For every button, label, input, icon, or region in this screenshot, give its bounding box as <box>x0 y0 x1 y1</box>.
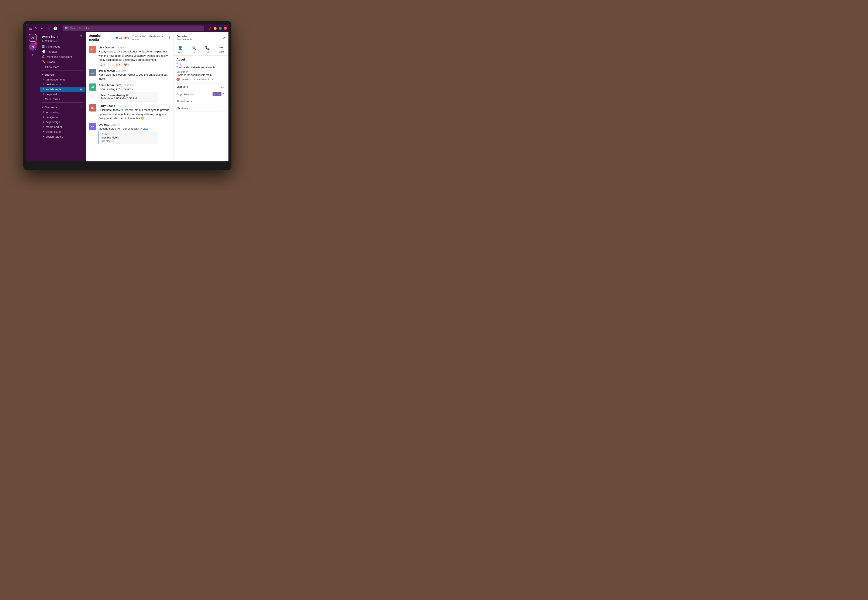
channel-star-icon[interactable]: ☆ <box>111 36 113 39</box>
message-header: Lee Hao 12:58 PM <box>98 123 170 126</box>
message-content: Lisa Dawson 11:55 AM Really need to give… <box>98 46 170 67</box>
channel-name: social-media <box>45 88 61 91</box>
organizations-count: 2 <box>222 92 224 95</box>
threads-icon: 💬 <box>42 50 45 53</box>
pinned-items-row[interactable]: Pinned Items 1 › <box>174 98 228 105</box>
maximize-button[interactable] <box>219 27 222 30</box>
channel-item-announcements[interactable]: # announcements <box>40 77 85 82</box>
message-header: Lisa Dawson 11:55 AM <box>98 46 170 49</box>
about-section-header[interactable]: About ▾ <box>177 58 225 61</box>
reaction-item[interactable]: 👍 1 <box>113 63 121 67</box>
channel-name: design-team-d <box>45 135 63 138</box>
channel-item-design-team-d[interactable]: # design-team-d <box>40 134 85 139</box>
channel-item-help-design[interactable]: # help-design <box>40 120 85 124</box>
sidebar-item-all-unreads[interactable]: ☰ All unreads <box>39 44 86 49</box>
channel-item-help-desk[interactable]: # help-desk <box>40 92 85 97</box>
details-close-button[interactable]: ✕ <box>223 36 225 39</box>
mention[interactable]: @Lisa <box>140 127 148 130</box>
channel-title: #social-media <box>89 34 109 42</box>
user-avatar[interactable]: Al 1 <box>29 43 36 50</box>
reaction-item[interactable]: ❤️ 1 <box>122 63 130 67</box>
sidebar-separator-2 <box>42 102 83 103</box>
post-preview[interactable]: Post • Meeting Notes just now <box>98 132 158 144</box>
channel-item-social-media[interactable]: # social-media <box>40 87 85 92</box>
shortcuts-row[interactable]: Shortcuts 1 › <box>174 105 228 112</box>
detail-action-more[interactable]: ••• More <box>219 45 224 53</box>
compose-button[interactable]: ✎ <box>34 26 38 31</box>
pin-count: 📌 1 <box>124 36 129 39</box>
message-author: Lee Hao <box>98 123 109 126</box>
help-icon[interactable]: ❓ <box>208 27 212 30</box>
history-button[interactable]: 🕐 <box>53 26 58 31</box>
app-tag: APP <box>116 84 122 87</box>
app-body: Al Al 1 + Acme Inc ▾ ✎ <box>26 32 228 161</box>
hash-icon: # <box>43 120 44 124</box>
channel-item-design-crit[interactable]: # design-crit <box>40 115 85 120</box>
minimize-button[interactable] <box>213 27 216 30</box>
info-icon[interactable]: ℹ <box>169 36 170 40</box>
sidebar-item-mentions[interactable]: @ Mentions & reactions <box>39 54 86 59</box>
detail-action-add[interactable]: 👤 Add <box>178 45 183 53</box>
created-text: Created on October 18th, 2019 <box>181 78 213 81</box>
about-section: About ▾ Topic Track and coordinate socia… <box>174 56 228 83</box>
unread-badge-dot <box>80 89 82 90</box>
close-button[interactable] <box>224 27 227 30</box>
organizations-row[interactable]: Organizations A B 2 › <box>174 90 228 98</box>
starred-caret-icon: ▾ <box>42 73 44 76</box>
team-event-box: Team Status Meeting 📅Today from 1:00 PM … <box>98 92 158 102</box>
member-count-value: 21 <box>119 36 122 39</box>
channels-caret-icon: ▾ <box>42 106 44 109</box>
hamburger-button[interactable]: ☰ <box>28 26 33 31</box>
sidebar-item-label-all-unreads: All unreads <box>47 45 60 48</box>
message-time: 12:58 PM <box>116 105 126 107</box>
more-icon: ••• <box>219 45 223 50</box>
channel-item-accounting[interactable]: # accounting <box>40 110 85 115</box>
chat-header: #social-media ☆ 👥 21 📌 1 Track and coord… <box>86 32 173 43</box>
message-item: ZM Zoe Maxwell 11:56 AM No! It was my pl… <box>89 69 170 81</box>
message-content: Harry Boone 12:58 PM Quick note: today @… <box>98 104 170 120</box>
avatar: LD <box>89 46 97 53</box>
workspace-name-container[interactable]: Acme Inc ▾ <box>42 35 58 38</box>
message-time: 12:58 PM <box>110 123 121 126</box>
mention[interactable]: @zoe <box>141 50 149 53</box>
channel-item-triage-issues[interactable]: # triage-issues <box>40 129 85 134</box>
channel-item-media-and-pr[interactable]: # media-and-pr <box>40 124 85 129</box>
sidebar-item-drafts[interactable]: ✏️ Drafts <box>39 59 86 64</box>
sidebar-item-threads[interactable]: 💬 Threads <box>39 49 86 54</box>
post-title: Meeting Notes <box>101 136 156 139</box>
forward-button[interactable]: → <box>46 26 51 30</box>
org-avatars: A B <box>213 92 221 96</box>
mention[interactable]: @Lisa <box>121 108 129 112</box>
sidebar-separator <box>42 70 83 71</box>
starred-section-header[interactable]: ▾ Starred <box>39 71 86 77</box>
workspace-avatar[interactable]: Al <box>29 34 36 42</box>
add-channel-button[interactable]: + <box>81 105 83 109</box>
chat-header-actions: ℹ <box>169 36 170 40</box>
reaction-item[interactable]: 🔒 1 <box>98 63 106 67</box>
channels-section-header[interactable]: ▾ Channels + <box>39 103 86 110</box>
reaction-item[interactable]: · 1 <box>107 63 113 67</box>
detail-action-call[interactable]: 📞 Call <box>205 45 210 53</box>
shortcuts-chevron-icon: › <box>225 107 225 110</box>
message-header: Zoe Maxwell 11:56 AM <box>98 69 170 72</box>
message-item: HB Harry Boone 12:58 PM Quick note: toda… <box>89 104 170 120</box>
back-button[interactable]: ← <box>40 26 45 30</box>
add-workspace-icon[interactable]: + <box>31 52 35 58</box>
sidebar-compose-icon[interactable]: ✎ <box>80 35 83 38</box>
shortcuts-label: Shortcuts <box>177 107 188 110</box>
sidebar-item-label-mentions: Mentions & reactions <box>47 55 73 58</box>
search-input[interactable] <box>70 27 201 30</box>
detail-action-find[interactable]: 🔍 Find <box>192 45 196 53</box>
channel-item-sara-parras[interactable]: ● Sara Parras <box>40 97 85 102</box>
members-row[interactable]: Members 21 › <box>174 83 228 90</box>
channel-item-design-team[interactable]: # design-team <box>40 82 85 87</box>
sidebar-item-show-more[interactable]: ↓ Show more <box>39 64 86 70</box>
hash-icon: # <box>43 125 44 129</box>
message-text: Meeting notes from our sync with @Lisa <box>98 127 170 131</box>
hash-icon: # <box>43 111 44 114</box>
search-bar[interactable]: 🔍 <box>63 26 204 31</box>
org-avatar-2: B <box>217 92 221 96</box>
icon-rail: Al Al 1 + <box>26 32 39 161</box>
workspace-name[interactable]: Acme Inc <box>42 35 55 38</box>
chat-area: #social-media ☆ 👥 21 📌 1 Track and coord… <box>86 32 173 161</box>
